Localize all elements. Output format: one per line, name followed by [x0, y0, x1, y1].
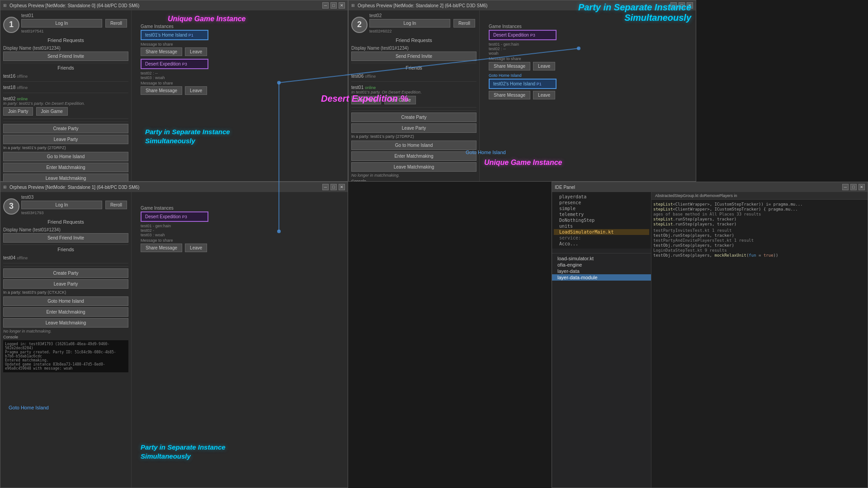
win1-join-game-btn[interactable]: Join Game: [36, 107, 68, 116]
win1-left-panel: 1 test01 Log In Reroll test01#7541 Frien…: [0, 10, 132, 181]
win3-reroll-btn[interactable]: Reroll: [105, 201, 127, 209]
win2-go-home-btn[interactable]: Go to Home Island: [351, 141, 476, 150]
win1-minimize[interactable]: ─: [322, 2, 329, 9]
win2-login-btn[interactable]: Log In: [369, 19, 450, 28]
win1-leave2-btn[interactable]: Leave: [185, 86, 207, 95]
win2-close[interactable]: ✕: [687, 2, 693, 9]
ide-item-layer-data-module[interactable]: layer-data-module: [552, 274, 651, 281]
win3-enter-mm-btn[interactable]: Enter Matchmaking: [3, 307, 128, 317]
win2-username: test02: [369, 13, 476, 18]
win3-left-panel: 3 test03 Log In Reroll test03#1793 Frien…: [0, 192, 132, 488]
ide-line11: testObj.runStep(players, mockRelaxUnit(f…: [653, 253, 866, 258]
ide-item-service[interactable]: service:: [554, 235, 649, 241]
win1-create-party-btn[interactable]: Create Party: [3, 124, 128, 133]
win2-home-instance[interactable]: test02's Home Island P1: [489, 79, 557, 89]
ide-item-telemetry[interactable]: telemetry: [554, 211, 649, 217]
win2-leave-mm-btn[interactable]: Leave Matchmaking: [351, 162, 476, 172]
ide-line7: testObj.runStep(players, tracker): [653, 233, 866, 238]
win1-game-instances-area: Game Instances test01's Home Island P1 M…: [141, 24, 208, 95]
win1-maximize[interactable]: □: [330, 2, 337, 9]
win3-display-name: Display Name (test01#1234): [3, 227, 128, 232]
win1-party-label: Party in Separate InstanceSimultaneously: [145, 127, 230, 145]
win3-friends-label: Friends: [3, 247, 128, 252]
win1-leave-party-btn[interactable]: Leave Party: [3, 135, 128, 144]
win1-enter-mm-btn[interactable]: Enter Matchmaking: [3, 163, 128, 172]
win2-send-friend-btn[interactable]: Send Friend Invite: [351, 52, 476, 61]
win3-friend-test04: test04 offline: [3, 255, 128, 263]
win1-display-name: Display Name (test01#1234): [3, 46, 128, 51]
win3-maximize[interactable]: □: [330, 184, 337, 190]
ide-line2: stepList<ClientWrapper>, ICustomStepTrac…: [653, 207, 866, 211]
win1-reroll-btn[interactable]: Reroll: [105, 19, 127, 28]
win2-minimize[interactable]: ─: [670, 2, 677, 9]
win2-create-party-btn[interactable]: Create Party: [351, 113, 476, 122]
ide-title: IDE Panel: [555, 185, 575, 190]
ide-item-loadsimulator[interactable]: LoadSimulatorMain.kt: [554, 229, 649, 235]
win2-game-instances-area: Game Instances Desert Expedition P3 test…: [489, 24, 557, 99]
ide-line10: LoginDataStepTest.kt 9 results: [653, 248, 866, 253]
title-bar-2: ⊞ Orpheus Preview [NetMode: Standalone 2…: [349, 0, 696, 10]
win2-maximize[interactable]: □: [679, 2, 685, 9]
win1-go-home-btn[interactable]: Go to Home Island: [3, 152, 128, 161]
win3-party-info: In a party: test03's party (CTXJCK): [3, 290, 128, 295]
win3-leave-mm-btn[interactable]: Leave Matchmaking: [3, 318, 128, 328]
window-ide: IDE Panel ─ □ ✕ playerdata presence simp…: [552, 182, 868, 488]
win2-goto-home-btn[interactable]: Goto Home Island: [489, 73, 557, 78]
ide-item-simple[interactable]: simple: [554, 206, 649, 211]
win3-go-home-btn[interactable]: Goto Home Island: [3, 296, 128, 306]
ide-maximize[interactable]: □: [850, 184, 857, 190]
win3-leave-btn[interactable]: Leave: [185, 244, 207, 252]
win1-share-msg2-btn[interactable]: Share Message: [141, 86, 182, 95]
win3-create-party-btn[interactable]: Create Party: [3, 268, 128, 278]
win2-share-msg-btn[interactable]: Share Message: [489, 62, 530, 70]
win2-hash: test02#6022: [369, 29, 476, 33]
win2-goto-home-overlay[interactable]: Goto Home Island: [466, 150, 506, 155]
win2-mm-status: No longer in matchmaking.: [351, 173, 476, 178]
ide-item-playerdata[interactable]: playerdata: [554, 194, 649, 200]
win1-login-btn[interactable]: Log In: [21, 19, 102, 28]
win2-share-msg2-btn[interactable]: Share Message: [489, 91, 530, 99]
win1-friend-test16: test16 offline: [3, 73, 128, 82]
win1-leave-btn[interactable]: Leave: [185, 47, 207, 56]
win3-close[interactable]: ✕: [339, 184, 345, 190]
ide-minimize[interactable]: ─: [842, 184, 849, 190]
win3-login-btn[interactable]: Log In: [21, 201, 102, 209]
ide-item-layer-data[interactable]: layer-data: [552, 268, 651, 274]
win3-goto-home-label[interactable]: Goto Home Island: [9, 405, 49, 410]
ide-item-donothing[interactable]: DoNothingStep: [554, 217, 649, 223]
win3-game-instances-label: Game Instances: [141, 206, 208, 211]
win3-console-line1: Logged in: test03#1793 (16261a08-46ea-49…: [5, 342, 127, 350]
ide-item-acco[interactable]: Acco...: [554, 241, 649, 247]
win1-join-party-btn[interactable]: Join Party: [3, 107, 33, 116]
ide-line5: stepList.runStep(players, tracker): [653, 222, 866, 226]
win3-send-friend-btn[interactable]: Send Friend Invite: [3, 233, 128, 243]
ide-item-load-simulator[interactable]: load-simulator.kt: [552, 255, 651, 262]
win2-desert-instance[interactable]: Desert Expedition P3: [489, 30, 557, 40]
win1-hash: test01#7541: [21, 29, 128, 33]
win2-reroll-btn[interactable]: Reroll: [453, 19, 475, 28]
win2-leave2-btn[interactable]: Leave: [533, 91, 555, 99]
win1-share-msg-btn[interactable]: Share Message: [141, 47, 182, 56]
win1-desert-instance[interactable]: Desert Expedition P3: [141, 59, 208, 69]
win1-home-island-instance[interactable]: test01's Home Island P1: [141, 30, 208, 40]
win1-close[interactable]: ✕: [339, 2, 345, 9]
win2-leave-party-btn[interactable]: Leave Party: [351, 123, 476, 133]
ide-line4: stepList.runStep(players, tracker): [653, 217, 866, 221]
win3-minimize[interactable]: ─: [322, 184, 329, 190]
win1-send-friend-btn[interactable]: Send Friend Invite: [3, 52, 128, 61]
win2-enter-mm-btn[interactable]: Enter Matchmaking: [351, 151, 476, 161]
ide-item-presence[interactable]: presence: [554, 200, 649, 206]
win1-leave-mm-btn[interactable]: Leave Matchmaking: [3, 174, 128, 181]
ide-item-units[interactable]: units: [554, 223, 649, 229]
win3-badge: ⊞ Orpheus Preview [NetMode: Standalone 1…: [3, 185, 139, 190]
win3-party-label: Party in Separate InstanceSimultaneously: [141, 443, 226, 460]
win3-desert-instance[interactable]: Desert Expedition P3: [141, 211, 208, 222]
win2-leave-btn[interactable]: Leave: [533, 62, 555, 70]
ide-item-ofia[interactable]: ofia-engine: [552, 262, 651, 268]
win3-share-msg-btn[interactable]: Share Message: [141, 244, 182, 252]
window-3: ⊞ Orpheus Preview [NetMode: Standalone 1…: [0, 182, 348, 488]
ide-close[interactable]: ✕: [859, 184, 865, 190]
win1-unique-label: Unique Game Instance: [168, 15, 246, 23]
win3-leave-party-btn[interactable]: Leave Party: [3, 279, 128, 289]
win3-game-instances-area: Game Instances Desert Expedition P3 test…: [141, 206, 208, 255]
